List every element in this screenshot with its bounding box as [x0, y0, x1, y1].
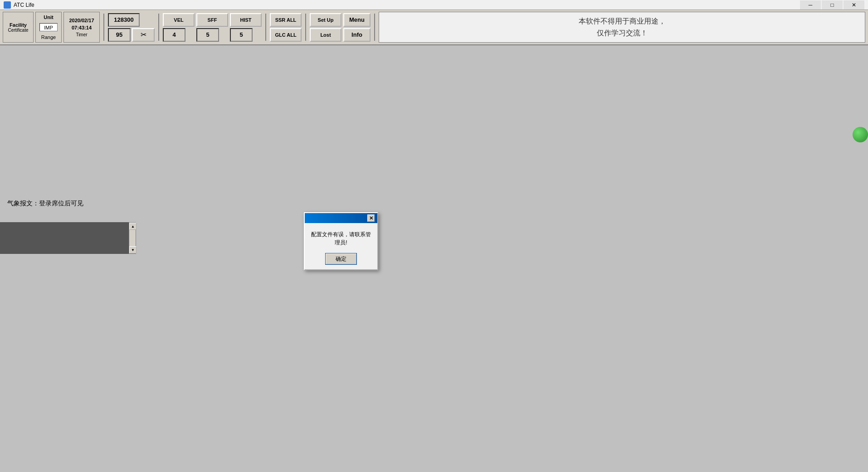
unit-box: Unit IMP Range [35, 12, 62, 43]
vel-button[interactable]: VEL [163, 13, 195, 27]
setup-button[interactable]: Set Up [310, 13, 341, 27]
sff-group: SFF 5 [196, 13, 228, 42]
freq-input: 128300 [108, 13, 140, 27]
status-indicator[interactable] [853, 127, 868, 142]
scissors-button[interactable]: ✂ [132, 28, 155, 42]
modal-close-button[interactable]: ✕ [367, 214, 375, 222]
weather-text: 气象报文：登录席位后可见 [7, 200, 83, 208]
info-button[interactable]: Info [343, 28, 371, 42]
scroll-down-arrow[interactable]: ▼ [129, 246, 137, 253]
date-value: 2020/02/17 [69, 18, 94, 23]
facility-label: Facility [10, 22, 27, 28]
modal-body: 配置文件有误，请联系管理员! 确定 [305, 223, 377, 269]
setup-lost-group: Set Up Lost [310, 13, 341, 42]
separator-5 [374, 14, 375, 41]
modal-ok-button[interactable]: 确定 [325, 253, 357, 265]
timer-label: Timer [76, 32, 87, 37]
datetime-box: 2020/02/17 07:43:14 Timer [63, 12, 100, 43]
toolbar: Facility Certificate Unit IMP Range 2020… [0, 10, 868, 45]
separator-2 [158, 14, 159, 41]
main-content: 气象报文：登录席位后可见 ▲ ▼ ✕ 配置文件有误，请联系管理员! 确定 [0, 45, 868, 472]
hist-button[interactable]: HIST [230, 13, 262, 27]
level-input: 95 [108, 28, 131, 42]
val5a-display: 5 [196, 28, 219, 42]
time-value: 07:43:14 [72, 25, 92, 30]
sff-button[interactable]: SFF [196, 13, 228, 27]
modal-title-bar: ✕ [305, 213, 377, 223]
modal-message: 配置文件有误，请联系管理员! [311, 230, 371, 247]
window-controls: ─ □ ✕ [800, 0, 864, 10]
separator-1 [103, 14, 104, 41]
glc-all-button[interactable]: GLC ALL [270, 28, 302, 42]
notice-box: 本软件不得用于商业用途，仅作学习交流！ [379, 12, 865, 43]
scroll-up-arrow[interactable]: ▲ [129, 223, 137, 230]
menu-info-group: Menu Info [343, 13, 371, 42]
error-modal: ✕ 配置文件有误，请联系管理员! 确定 [304, 212, 378, 270]
app-title: ATC Life [14, 2, 34, 8]
menu-button[interactable]: Menu [343, 13, 371, 27]
maximize-button[interactable]: □ [822, 0, 843, 10]
range-label: Range [41, 34, 56, 40]
notice-text: 本软件不得用于商业用途，仅作学习交流！ [579, 15, 666, 39]
title-bar: ATC Life ─ □ ✕ [0, 0, 868, 10]
minimize-button[interactable]: ─ [800, 0, 821, 10]
app-icon [4, 1, 11, 9]
vel-group: VEL 4 [163, 13, 195, 42]
lost-button[interactable]: Lost [310, 28, 341, 42]
facility-certificate-box: Facility Certificate [3, 12, 34, 43]
unit-value: IMP [39, 23, 58, 31]
data-panel: ▲ ▼ [0, 222, 136, 254]
separator-3 [265, 14, 266, 41]
ssr-all-button[interactable]: SSR ALL [270, 13, 302, 27]
val4-display: 4 [163, 28, 185, 42]
val5b-display: 5 [230, 28, 253, 42]
certificate-label: Certificate [8, 28, 28, 33]
separator-4 [305, 14, 306, 41]
ssr-glc-group: SSR ALL GLC ALL [270, 13, 302, 42]
hist-group: HIST 5 [230, 13, 262, 42]
unit-label: Unit [44, 15, 53, 20]
close-button[interactable]: ✕ [844, 0, 864, 10]
scrollbar[interactable]: ▲ ▼ [129, 222, 136, 254]
